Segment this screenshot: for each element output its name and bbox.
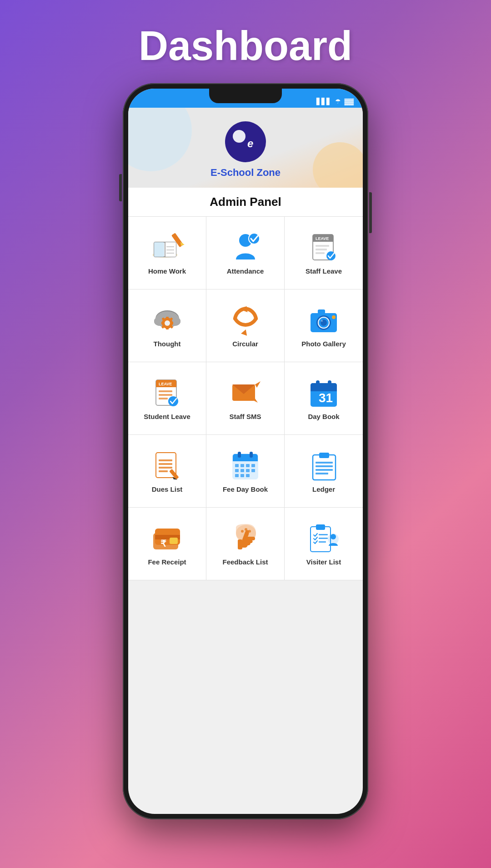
- day-book-icon: 31: [308, 376, 340, 408]
- battery-icon: ▓▓: [345, 98, 354, 105]
- svg-point-2: [233, 130, 246, 143]
- svg-rect-69: [159, 470, 168, 472]
- svg-point-103: [248, 530, 251, 533]
- admin-panel-bar: Admin Panel: [128, 188, 363, 217]
- attendance-label: Attendance: [227, 267, 264, 275]
- menu-item-day-book[interactable]: 31 Day Book: [285, 362, 363, 435]
- phone-notch: [209, 89, 282, 103]
- visiter-list-label: Visiter List: [306, 558, 341, 566]
- svg-rect-68: [159, 467, 172, 469]
- svg-rect-107: [319, 538, 328, 539]
- app-logo: e: [225, 121, 266, 162]
- student-leave-icon: LEAVE: [151, 376, 183, 408]
- svg-rect-88: [313, 455, 336, 480]
- admin-panel-label: Admin Panel: [210, 195, 281, 209]
- svg-rect-84: [251, 469, 255, 472]
- staff-sms-label: Staff SMS: [229, 413, 261, 420]
- svg-rect-89: [319, 453, 329, 458]
- svg-rect-100: [238, 539, 242, 549]
- student-leave-label: Student Leave: [144, 413, 190, 420]
- svg-rect-62: [316, 380, 320, 387]
- svg-rect-93: [316, 473, 328, 474]
- menu-item-ledger[interactable]: Ledger: [285, 435, 363, 508]
- feedback-list-label: Feedback List: [222, 558, 268, 566]
- svg-point-31: [165, 320, 170, 326]
- svg-rect-7: [164, 242, 176, 257]
- svg-rect-86: [240, 474, 244, 477]
- svg-rect-83: [246, 469, 250, 472]
- menu-item-visiter-list[interactable]: Visiter List: [285, 508, 363, 580]
- svg-rect-53: [159, 390, 172, 392]
- homework-label: Home Work: [148, 267, 186, 275]
- svg-point-56: [168, 396, 178, 406]
- menu-item-thought[interactable]: Thought: [128, 289, 206, 362]
- power-button: [369, 192, 372, 233]
- svg-rect-32: [166, 317, 169, 319]
- svg-rect-75: [238, 452, 241, 458]
- app-header: e E-School Zone: [128, 108, 363, 188]
- svg-rect-76: [250, 452, 253, 458]
- svg-rect-106: [319, 534, 328, 535]
- menu-item-dues-list[interactable]: Dues List: [128, 435, 206, 508]
- menu-item-homework[interactable]: Home Work: [128, 217, 206, 289]
- photo-gallery-label: Photo Gallery: [301, 340, 346, 348]
- wifi-icon: ☂: [335, 98, 341, 105]
- staff-leave-label: Staff Leave: [306, 267, 342, 275]
- svg-rect-108: [319, 541, 326, 543]
- svg-rect-47: [318, 309, 325, 314]
- svg-rect-90: [316, 462, 333, 464]
- svg-rect-6: [154, 242, 164, 257]
- svg-text:LEAVE: LEAVE: [316, 236, 329, 241]
- menu-item-attendance[interactable]: Attendance: [206, 217, 285, 289]
- svg-marker-41: [241, 328, 249, 335]
- menu-grid: Home Work Attendance: [128, 217, 363, 580]
- menu-item-circular[interactable]: Circular: [206, 289, 285, 362]
- fee-day-book-icon: [230, 449, 261, 481]
- homework-icon: [151, 231, 183, 263]
- svg-rect-91: [316, 465, 333, 467]
- svg-text:₹: ₹: [160, 539, 166, 549]
- header-decoration-2: [313, 142, 363, 188]
- day-book-label: Day Book: [308, 413, 339, 420]
- phone-screen: ▋▋▋ ☂ ▓▓ e E-School Zone Admin Pane: [128, 89, 363, 814]
- menu-item-staff-leave[interactable]: LEAVE Staff Leave: [285, 217, 363, 289]
- svg-rect-66: [159, 459, 172, 461]
- menu-item-student-leave[interactable]: LEAVE Student Leave: [128, 362, 206, 435]
- svg-text:31: 31: [319, 391, 333, 405]
- svg-rect-63: [328, 380, 331, 387]
- svg-rect-34: [161, 322, 164, 324]
- svg-rect-21: [316, 249, 327, 250]
- phone-frame: ▋▋▋ ☂ ▓▓ e E-School Zone Admin Pane: [123, 83, 368, 819]
- svg-rect-33: [166, 327, 169, 329]
- header-decoration-1: [128, 108, 192, 171]
- menu-item-feedback-list[interactable]: Feedback List: [206, 508, 285, 580]
- svg-rect-22: [316, 252, 325, 254]
- svg-rect-55: [159, 398, 168, 399]
- svg-point-46: [321, 320, 323, 322]
- svg-rect-81: [235, 469, 239, 472]
- svg-rect-92: [316, 469, 333, 471]
- menu-item-staff-sms[interactable]: Staff SMS: [206, 362, 285, 435]
- svg-point-101: [241, 530, 244, 533]
- ledger-icon: [308, 449, 340, 481]
- svg-rect-104: [311, 527, 331, 552]
- thought-icon: [151, 304, 183, 335]
- visiter-list-icon: [308, 522, 340, 554]
- svg-rect-79: [246, 464, 250, 467]
- svg-rect-87: [246, 474, 250, 477]
- feedback-list-icon: [230, 522, 261, 554]
- ledger-label: Ledger: [312, 485, 335, 493]
- fee-day-book-label: Fee Day Book: [223, 485, 268, 493]
- menu-item-photo-gallery[interactable]: Photo Gallery: [285, 289, 363, 362]
- signal-icon: ▋▋▋: [316, 98, 331, 105]
- svg-text:LEAVE: LEAVE: [159, 382, 172, 386]
- menu-item-fee-receipt[interactable]: ₹ Fee Receipt: [128, 508, 206, 580]
- svg-rect-78: [240, 464, 244, 467]
- svg-text:e: e: [247, 137, 253, 150]
- svg-rect-67: [159, 463, 172, 465]
- app-name: E-School Zone: [210, 167, 281, 179]
- volume-button: [119, 174, 122, 201]
- svg-point-110: [331, 534, 336, 539]
- svg-point-48: [332, 315, 336, 319]
- menu-item-fee-day-book[interactable]: Fee Day Book: [206, 435, 285, 508]
